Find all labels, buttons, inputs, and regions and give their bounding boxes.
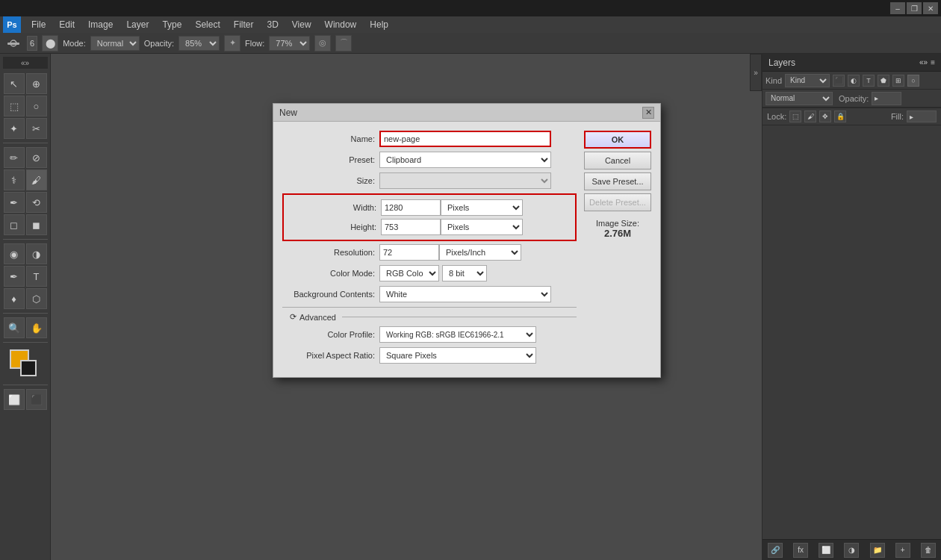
lock-position-icon[interactable]: ✥ xyxy=(819,111,831,122)
dialog-close-btn[interactable]: ✕ xyxy=(642,107,654,119)
filter-toggle-icon[interactable]: ○ xyxy=(907,75,919,87)
new-group-btn[interactable]: 📁 xyxy=(870,543,885,558)
minimize-button[interactable]: – xyxy=(890,2,905,14)
menu-file[interactable]: File xyxy=(25,18,52,31)
menu-layer[interactable]: Layer xyxy=(120,18,155,31)
lock-image-icon[interactable]: 🖌 xyxy=(804,111,816,122)
delete-preset-button[interactable]: Delete Preset... xyxy=(584,193,651,211)
gradient-tool[interactable]: ◼ xyxy=(26,214,47,235)
screen-mode-btn[interactable]: ⬛ xyxy=(26,389,47,410)
height-unit-select[interactable]: Pixels Inches xyxy=(441,219,523,235)
add-mask-btn[interactable]: ⬜ xyxy=(819,543,833,558)
blur-tool[interactable]: ◉ xyxy=(4,243,25,264)
name-input[interactable] xyxy=(379,131,551,147)
opacity-panel-input[interactable]: ▸ xyxy=(872,92,901,105)
color-mode-row: Color Mode: RGB Color Grayscale CMYK Col… xyxy=(282,265,577,281)
eyedropper-tool[interactable]: ✏ xyxy=(4,147,25,168)
color-mode-label: Color Mode: xyxy=(282,269,379,278)
color-profile-select[interactable]: Working RGB: sRGB IEC61966-2.1 Don't Col… xyxy=(379,326,536,343)
filter-smart-icon[interactable]: ⊞ xyxy=(892,75,904,87)
history-tool[interactable]: ⟲ xyxy=(26,192,47,213)
size-select[interactable] xyxy=(379,172,551,189)
filter-type-icon[interactable]: T xyxy=(863,75,875,87)
panel-menu-icon[interactable]: ≡ xyxy=(931,58,935,66)
eraser-tool[interactable]: ◻ xyxy=(4,214,25,235)
menu-view[interactable]: View xyxy=(286,18,317,31)
flow-select[interactable]: 77% xyxy=(269,36,310,51)
delete-layer-btn[interactable]: 🗑 xyxy=(921,543,936,558)
color-depth-select[interactable]: 8 bit 16 bit 32 bit xyxy=(442,265,487,281)
width-unit-select[interactable]: Pixels Inches Centimeters xyxy=(441,199,523,216)
adjustment-layer-btn[interactable]: ◑ xyxy=(844,543,859,558)
cancel-button[interactable]: Cancel xyxy=(584,152,651,169)
toolbar-collapse-btn[interactable]: «» xyxy=(3,57,48,69)
height-input[interactable] xyxy=(381,219,441,235)
menu-select[interactable]: Select xyxy=(189,18,226,31)
advanced-toggle[interactable]: ⟳ Advanced xyxy=(282,312,577,322)
tool-row-8: ◉ ◑ xyxy=(4,243,47,264)
menu-image[interactable]: Image xyxy=(82,18,119,31)
mode-select[interactable]: Normal xyxy=(90,36,140,51)
ok-button[interactable]: OK xyxy=(584,131,651,149)
menu-type[interactable]: Type xyxy=(156,18,187,31)
brush-tool[interactable]: 🖌 xyxy=(26,169,47,190)
background-color[interactable] xyxy=(20,360,37,376)
tool-row-9: ✒ T xyxy=(4,266,47,287)
magic-wand-tool[interactable]: ✦ xyxy=(4,118,25,139)
mode-label: Mode: xyxy=(63,39,86,48)
resolution-unit-select[interactable]: Pixels/Inch Pixels/Centimeter xyxy=(439,244,521,261)
brush-size-box[interactable]: 6 xyxy=(27,36,37,51)
new-layer-btn[interactable]: + xyxy=(895,543,910,558)
menu-edit[interactable]: Edit xyxy=(53,18,81,31)
brush-shape-icon[interactable]: ⬤ xyxy=(42,35,58,52)
move-tool[interactable]: ↖ xyxy=(4,73,25,94)
menu-window[interactable]: Window xyxy=(319,18,363,31)
menu-3d[interactable]: 3D xyxy=(261,18,284,31)
zoom-tool[interactable]: 🔍 xyxy=(4,317,25,338)
pixel-aspect-select[interactable]: Square Pixels D1/DV NTSC (0.91) xyxy=(379,347,536,364)
save-preset-button[interactable]: Save Preset... xyxy=(584,172,651,190)
filter-pixel-icon[interactable]: ⬛ xyxy=(833,75,845,87)
dialog-body: Name: Preset: Clipboard Default Photosho… xyxy=(273,122,660,377)
quick-mask-btn[interactable]: ⬜ xyxy=(4,389,25,410)
kind-select[interactable]: Kind xyxy=(785,74,830,87)
artboard-tool[interactable]: ⊕ xyxy=(26,73,47,94)
bg-contents-select[interactable]: White Background Color Transparent xyxy=(379,286,551,302)
pen-tool[interactable]: ✒ xyxy=(4,266,25,287)
panel-collapse-icon[interactable]: «» xyxy=(919,58,928,66)
resolution-input[interactable] xyxy=(379,244,439,261)
shape-tool[interactable]: ⬡ xyxy=(26,288,47,309)
filter-shape-icon[interactable]: ⬟ xyxy=(878,75,889,87)
blend-mode-select[interactable]: Normal xyxy=(765,92,833,105)
clone-tool[interactable]: ✒ xyxy=(4,192,25,213)
path-tool[interactable]: ♦ xyxy=(4,288,25,309)
color-mode-select[interactable]: RGB Color Grayscale CMYK Color xyxy=(379,265,439,281)
lasso-tool[interactable]: ○ xyxy=(26,96,47,116)
heal-tool[interactable]: ⚕ xyxy=(4,169,25,190)
filter-adjust-icon[interactable]: ◐ xyxy=(848,75,860,87)
hand-tool[interactable]: ✋ xyxy=(26,317,47,338)
crop-tool[interactable]: ✂ xyxy=(26,118,47,139)
link-layers-btn[interactable]: 🔗 xyxy=(768,543,783,558)
width-input[interactable] xyxy=(381,199,441,216)
dodge-tool[interactable]: ◑ xyxy=(26,243,47,264)
fill-input[interactable]: ▸ xyxy=(907,111,937,122)
layer-effects-btn[interactable]: fx xyxy=(793,543,808,558)
smoothing-icon[interactable]: ⌒ xyxy=(335,35,352,52)
menu-help[interactable]: Help xyxy=(364,18,394,31)
preset-select[interactable]: Clipboard Default Photoshop Size U.S. Pa… xyxy=(379,152,551,168)
close-button[interactable]: ✕ xyxy=(923,2,938,14)
tablet-pressure-icon[interactable]: ◎ xyxy=(314,35,331,52)
tool-row-5: ⚕ 🖌 xyxy=(4,169,47,190)
color-swatches[interactable] xyxy=(10,349,41,381)
airbrush-icon[interactable]: ✦ xyxy=(224,35,240,52)
opacity-select[interactable]: 85% xyxy=(178,36,220,51)
lock-all-icon[interactable]: 🔒 xyxy=(834,111,846,122)
lock-transparent-icon[interactable]: ⬚ xyxy=(789,111,801,122)
restore-button[interactable]: ❐ xyxy=(907,2,922,14)
marquee-tool[interactable]: ⬚ xyxy=(4,96,25,116)
text-tool[interactable]: T xyxy=(26,266,47,287)
collapse-right-panel-btn[interactable]: » xyxy=(750,54,762,91)
menu-filter[interactable]: Filter xyxy=(228,18,260,31)
ruler-tool[interactable]: ⊘ xyxy=(26,147,47,168)
